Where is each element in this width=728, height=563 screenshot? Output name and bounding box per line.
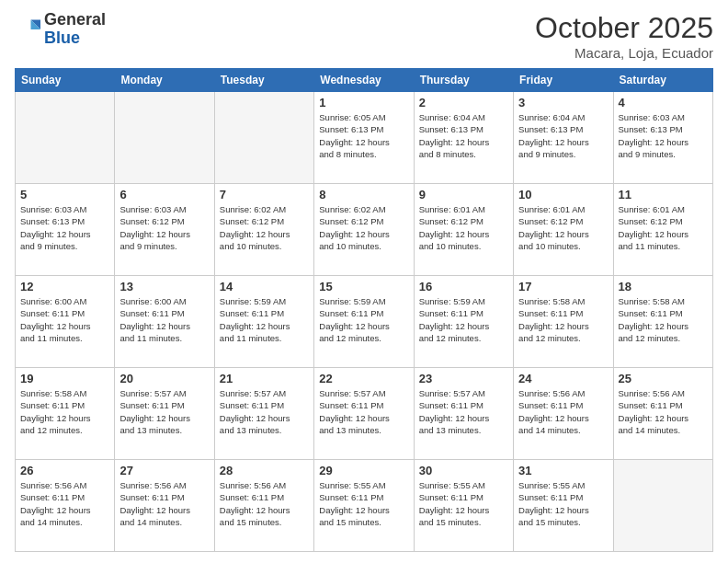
- day-info: Sunrise: 5:56 AM Sunset: 6:11 PM Dayligh…: [220, 479, 309, 528]
- calendar-cell: [16, 92, 115, 184]
- day-info: Sunrise: 5:56 AM Sunset: 6:11 PM Dayligh…: [619, 387, 708, 436]
- day-number: 1: [319, 96, 408, 109]
- day-info: Sunrise: 5:57 AM Sunset: 6:11 PM Dayligh…: [419, 387, 508, 436]
- calendar-cell: 27Sunrise: 5:56 AM Sunset: 6:11 PM Dayli…: [115, 460, 214, 552]
- day-number: 26: [20, 464, 109, 477]
- day-info: Sunrise: 5:55 AM Sunset: 6:11 PM Dayligh…: [419, 479, 508, 528]
- calendar-cell: 12Sunrise: 6:00 AM Sunset: 6:11 PM Dayli…: [16, 276, 115, 368]
- calendar-cell: 9Sunrise: 6:01 AM Sunset: 6:12 PM Daylig…: [414, 184, 513, 276]
- logo-icon: [15, 17, 40, 42]
- day-number: 30: [419, 464, 508, 477]
- calendar-cell: 24Sunrise: 5:56 AM Sunset: 6:11 PM Dayli…: [514, 368, 613, 460]
- calendar-cell: 26Sunrise: 5:56 AM Sunset: 6:11 PM Dayli…: [16, 460, 115, 552]
- calendar-cell: 18Sunrise: 5:58 AM Sunset: 6:11 PM Dayli…: [613, 276, 712, 368]
- calendar-cell: 10Sunrise: 6:01 AM Sunset: 6:12 PM Dayli…: [514, 184, 613, 276]
- day-number: 19: [20, 372, 109, 385]
- calendar-cell: 7Sunrise: 6:02 AM Sunset: 6:12 PM Daylig…: [214, 184, 313, 276]
- calendar-cell: 28Sunrise: 5:56 AM Sunset: 6:11 PM Dayli…: [214, 460, 313, 552]
- day-info: Sunrise: 6:00 AM Sunset: 6:11 PM Dayligh…: [20, 295, 109, 344]
- calendar-cell: 6Sunrise: 6:03 AM Sunset: 6:12 PM Daylig…: [115, 184, 214, 276]
- day-info: Sunrise: 5:57 AM Sunset: 6:11 PM Dayligh…: [319, 387, 408, 436]
- day-number: 25: [619, 372, 708, 385]
- calendar-cell: 4Sunrise: 6:03 AM Sunset: 6:13 PM Daylig…: [613, 92, 712, 184]
- calendar-cell: 31Sunrise: 5:55 AM Sunset: 6:11 PM Dayli…: [514, 460, 613, 552]
- header-wednesday: Wednesday: [314, 69, 414, 92]
- day-info: Sunrise: 6:03 AM Sunset: 6:13 PM Dayligh…: [20, 203, 109, 252]
- week-row-1: 5Sunrise: 6:03 AM Sunset: 6:13 PM Daylig…: [16, 184, 713, 276]
- calendar-cell: 5Sunrise: 6:03 AM Sunset: 6:13 PM Daylig…: [16, 184, 115, 276]
- day-info: Sunrise: 6:02 AM Sunset: 6:12 PM Dayligh…: [220, 203, 309, 252]
- calendar-cell: 25Sunrise: 5:56 AM Sunset: 6:11 PM Dayli…: [613, 368, 712, 460]
- week-row-4: 26Sunrise: 5:56 AM Sunset: 6:11 PM Dayli…: [16, 460, 713, 552]
- day-number: 29: [319, 464, 408, 477]
- header: General Blue October 2025 Macara, Loja, …: [15, 11, 713, 61]
- day-number: 12: [20, 280, 109, 293]
- calendar-cell: 21Sunrise: 5:57 AM Sunset: 6:11 PM Dayli…: [214, 368, 313, 460]
- day-info: Sunrise: 5:57 AM Sunset: 6:11 PM Dayligh…: [220, 387, 309, 436]
- day-info: Sunrise: 6:04 AM Sunset: 6:13 PM Dayligh…: [419, 111, 508, 160]
- day-info: Sunrise: 5:55 AM Sunset: 6:11 PM Dayligh…: [319, 479, 408, 528]
- day-number: 17: [518, 280, 608, 293]
- day-info: Sunrise: 6:04 AM Sunset: 6:13 PM Dayligh…: [518, 111, 608, 160]
- calendar-cell: 29Sunrise: 5:55 AM Sunset: 6:11 PM Dayli…: [314, 460, 414, 552]
- calendar-cell: 11Sunrise: 6:01 AM Sunset: 6:12 PM Dayli…: [613, 184, 712, 276]
- calendar-table: Sunday Monday Tuesday Wednesday Thursday…: [15, 68, 713, 552]
- calendar-cell: 1Sunrise: 6:05 AM Sunset: 6:13 PM Daylig…: [314, 92, 414, 184]
- day-info: Sunrise: 5:56 AM Sunset: 6:11 PM Dayligh…: [518, 387, 608, 436]
- day-info: Sunrise: 6:02 AM Sunset: 6:12 PM Dayligh…: [319, 203, 408, 252]
- calendar-cell: 2Sunrise: 6:04 AM Sunset: 6:13 PM Daylig…: [414, 92, 513, 184]
- calendar-cell: [613, 460, 712, 552]
- day-number: 13: [119, 280, 209, 293]
- calendar-cell: 14Sunrise: 5:59 AM Sunset: 6:11 PM Dayli…: [214, 276, 313, 368]
- day-number: 3: [518, 96, 608, 109]
- calendar-cell: 20Sunrise: 5:57 AM Sunset: 6:11 PM Dayli…: [115, 368, 214, 460]
- day-info: Sunrise: 5:59 AM Sunset: 6:11 PM Dayligh…: [419, 295, 508, 344]
- day-number: 4: [619, 96, 708, 109]
- month-year: October 2025: [535, 11, 713, 45]
- header-saturday: Saturday: [613, 69, 712, 92]
- header-sunday: Sunday: [16, 69, 115, 92]
- day-number: 5: [20, 188, 109, 201]
- calendar-cell: 19Sunrise: 5:58 AM Sunset: 6:11 PM Dayli…: [16, 368, 115, 460]
- day-number: 2: [419, 96, 508, 109]
- calendar-cell: 3Sunrise: 6:04 AM Sunset: 6:13 PM Daylig…: [514, 92, 613, 184]
- header-tuesday: Tuesday: [214, 69, 313, 92]
- calendar-cell: 17Sunrise: 5:58 AM Sunset: 6:11 PM Dayli…: [514, 276, 613, 368]
- day-number: 23: [419, 372, 508, 385]
- day-info: Sunrise: 6:01 AM Sunset: 6:12 PM Dayligh…: [419, 203, 508, 252]
- day-number: 28: [220, 464, 309, 477]
- calendar-cell: 23Sunrise: 5:57 AM Sunset: 6:11 PM Dayli…: [414, 368, 513, 460]
- day-number: 15: [319, 280, 408, 293]
- calendar-cell: 22Sunrise: 5:57 AM Sunset: 6:11 PM Dayli…: [314, 368, 414, 460]
- logo: General Blue: [15, 11, 106, 48]
- week-row-0: 1Sunrise: 6:05 AM Sunset: 6:13 PM Daylig…: [16, 92, 713, 184]
- calendar-cell: 13Sunrise: 6:00 AM Sunset: 6:11 PM Dayli…: [115, 276, 214, 368]
- calendar-cell: 15Sunrise: 5:59 AM Sunset: 6:11 PM Dayli…: [314, 276, 414, 368]
- day-number: 16: [419, 280, 508, 293]
- calendar-cell: [115, 92, 214, 184]
- day-number: 27: [119, 464, 209, 477]
- logo-blue: Blue: [44, 29, 80, 47]
- day-info: Sunrise: 5:56 AM Sunset: 6:11 PM Dayligh…: [20, 479, 109, 528]
- day-number: 11: [619, 188, 708, 201]
- day-number: 20: [119, 372, 209, 385]
- header-monday: Monday: [115, 69, 214, 92]
- day-info: Sunrise: 5:58 AM Sunset: 6:11 PM Dayligh…: [518, 295, 608, 344]
- day-number: 31: [518, 464, 608, 477]
- day-info: Sunrise: 6:01 AM Sunset: 6:12 PM Dayligh…: [518, 203, 608, 252]
- day-info: Sunrise: 5:55 AM Sunset: 6:11 PM Dayligh…: [518, 479, 608, 528]
- day-info: Sunrise: 6:05 AM Sunset: 6:13 PM Dayligh…: [319, 111, 408, 160]
- day-info: Sunrise: 5:59 AM Sunset: 6:11 PM Dayligh…: [220, 295, 309, 344]
- day-number: 10: [518, 188, 608, 201]
- day-number: 14: [220, 280, 309, 293]
- day-number: 9: [419, 188, 508, 201]
- weekday-header-row: Sunday Monday Tuesday Wednesday Thursday…: [16, 69, 713, 92]
- day-number: 22: [319, 372, 408, 385]
- calendar-cell: 30Sunrise: 5:55 AM Sunset: 6:11 PM Dayli…: [414, 460, 513, 552]
- title-block: October 2025 Macara, Loja, Ecuador: [535, 11, 713, 61]
- logo-general: General: [44, 10, 106, 29]
- day-info: Sunrise: 5:58 AM Sunset: 6:11 PM Dayligh…: [619, 295, 708, 344]
- calendar-cell: 8Sunrise: 6:02 AM Sunset: 6:12 PM Daylig…: [314, 184, 414, 276]
- day-number: 24: [518, 372, 608, 385]
- day-info: Sunrise: 5:57 AM Sunset: 6:11 PM Dayligh…: [119, 387, 209, 436]
